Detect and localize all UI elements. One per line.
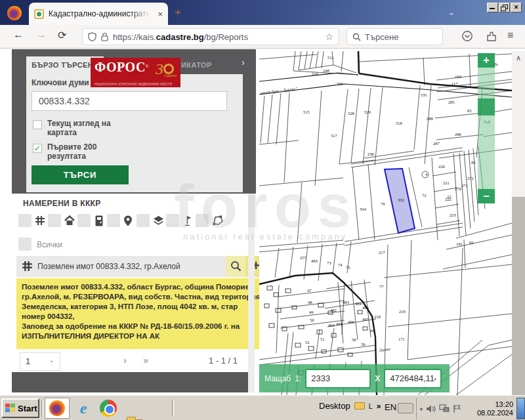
all-checkbox[interactable] xyxy=(18,238,32,251)
tab-identifier[interactable]: ИКАТОР xyxy=(181,61,212,69)
home-icon[interactable] xyxy=(64,215,75,226)
clock[interactable]: 13:2008.02.2024 xyxy=(477,400,516,417)
keywords-input[interactable] xyxy=(32,91,227,111)
result-row[interactable]: Поземлен имот 00833.4.332, гр.Ахелой + xyxy=(16,256,266,277)
reload-button[interactable]: ⟳ xyxy=(58,29,66,41)
page-size-select[interactable]: 1⌄ xyxy=(20,352,60,371)
svg-text:223: 223 xyxy=(450,213,456,217)
search-box[interactable]: Търсене xyxy=(346,28,443,45)
boundary-type-checkbox[interactable] xyxy=(196,214,209,227)
standalone-object-icon[interactable] xyxy=(95,215,103,226)
last-page-button[interactable]: » xyxy=(143,354,148,366)
svg-text:50: 50 xyxy=(310,318,314,322)
minimize-button[interactable] xyxy=(487,3,498,12)
new-tab-button[interactable]: + xyxy=(175,7,181,18)
object-type-checkbox[interactable] xyxy=(77,214,91,227)
scroll-up-arrow-icon[interactable]: ∧ xyxy=(512,54,525,66)
tab-close-icon[interactable]: × xyxy=(158,10,163,18)
layers-type-checkbox[interactable] xyxy=(136,214,150,227)
network-icon[interactable] xyxy=(439,404,450,413)
next-page-button[interactable]: › xyxy=(123,354,127,366)
zoom-slider-handle[interactable] xyxy=(478,98,495,116)
firefox-taskbar-slot[interactable] xyxy=(45,398,70,419)
internet-explorer-icon[interactable]: e xyxy=(75,400,92,417)
svg-text:74: 74 xyxy=(338,262,343,267)
quick-search-form: Ключови думи Текущ изглед на картата ✓ П… xyxy=(26,74,243,192)
results-scrollbar[interactable] xyxy=(248,194,255,392)
svg-text:248: 248 xyxy=(323,68,329,73)
keyboard-icon[interactable] xyxy=(398,403,413,413)
search-icon xyxy=(352,33,361,41)
first-200-checkbox[interactable]: ✓ xyxy=(33,144,42,153)
svg-text:191: 191 xyxy=(456,242,463,246)
tray-expand-icon[interactable]: « xyxy=(418,407,425,410)
svg-text:485: 485 xyxy=(362,305,369,310)
landmark-type-checkbox[interactable] xyxy=(166,214,179,227)
menu-hamburger-icon[interactable]: ≡ xyxy=(507,30,513,41)
extensions-icon[interactable] xyxy=(486,30,497,42)
page-scrollbar[interactable]: ∧ xyxy=(512,51,525,395)
back-button[interactable]: ← xyxy=(13,29,24,41)
restore-button[interactable] xyxy=(499,3,510,12)
parcel-type-checkbox[interactable] xyxy=(18,214,32,227)
svg-text:517: 517 xyxy=(331,133,338,138)
map-zoom-control[interactable]: + – xyxy=(478,53,495,203)
browser-tab[interactable]: Кадастрално-административна × xyxy=(29,3,168,25)
forward-button[interactable]: → xyxy=(36,29,47,41)
parcel-grid-icon xyxy=(22,261,33,272)
boundary-polygon-icon[interactable] xyxy=(212,215,224,226)
coordinate-label: X xyxy=(375,374,380,383)
svg-text:482: 482 xyxy=(330,308,337,312)
action-center-flag-icon[interactable] xyxy=(453,404,461,413)
coordinate-input[interactable] xyxy=(384,369,442,388)
svg-text:270: 270 xyxy=(455,186,461,191)
first-200-label: Първите 200 резултата xyxy=(47,142,119,161)
scrollbar-thumb[interactable] xyxy=(512,197,525,395)
url-bar[interactable]: https://kais.cadastre.bg/bg/Reports ☆ xyxy=(82,28,339,45)
svg-text:518: 518 xyxy=(396,121,402,125)
point-type-checkbox[interactable] xyxy=(107,214,120,227)
svg-text:220: 220 xyxy=(438,164,445,169)
toolbar-overflow-chevron[interactable]: » xyxy=(377,402,381,411)
landmark-flag-icon[interactable] xyxy=(183,215,192,226)
zoom-to-result-button[interactable] xyxy=(226,256,245,277)
shield-icon[interactable] xyxy=(88,32,96,41)
desktop-toolbar[interactable]: Desktop L » xyxy=(319,401,381,411)
zoom-out-button[interactable]: – xyxy=(478,189,495,203)
chrome-icon[interactable] xyxy=(100,400,117,417)
scale-input[interactable] xyxy=(305,369,371,388)
pocket-icon[interactable] xyxy=(461,30,473,42)
show-desktop-button[interactable] xyxy=(516,398,525,419)
current-view-checkbox[interactable] xyxy=(33,120,42,129)
svg-text:531: 531 xyxy=(421,93,427,97)
start-button[interactable]: Start xyxy=(1,398,39,418)
svg-text:497: 497 xyxy=(362,317,369,322)
svg-text:495: 495 xyxy=(336,322,343,326)
cadastral-map[interactable]: ънчев бряг – Бургас" Липка 5115162485055… xyxy=(259,51,512,395)
parcels-grid-icon[interactable] xyxy=(35,215,45,226)
tab-list-chevron-icon[interactable]: ⌄ xyxy=(448,7,455,17)
svg-text:219: 219 xyxy=(399,309,406,314)
lock-icon[interactable] xyxy=(101,32,108,41)
svg-text:73: 73 xyxy=(327,261,331,265)
layers-icon[interactable] xyxy=(153,215,164,226)
map-canvas[interactable]: ънчев бряг – Бургас" Липка 5115162485055… xyxy=(259,51,512,395)
svg-text:496: 496 xyxy=(348,320,355,324)
results-header: НАМЕРЕНИ В КККР xyxy=(23,199,100,208)
foros-tagline: НАЦИОНАЛНА КОМПАНИЯ НЕДВИЖИМИ ИМОТИ xyxy=(94,83,172,86)
language-indicator[interactable]: EN xyxy=(385,402,396,412)
building-type-checkbox[interactable] xyxy=(48,214,61,227)
map-pin-icon[interactable] xyxy=(123,215,133,226)
svg-text:49: 49 xyxy=(309,310,314,314)
search-placeholder: Търсене xyxy=(365,32,398,42)
search-panel: БЪРЗО ТЪРСЕНЕ ИКАТОР › Ключови думи Теку… xyxy=(12,49,256,194)
parcel-numbers: 5115162485055155175285295185312882872361… xyxy=(300,55,499,346)
panel-collapse-chevron-icon[interactable]: › xyxy=(242,57,245,68)
search-submit-button[interactable]: ТЪРСИ xyxy=(32,165,129,184)
volume-icon[interactable] xyxy=(426,404,436,413)
zoom-in-button[interactable]: + xyxy=(478,53,495,68)
current-view-label: Текущ изглед на картата xyxy=(47,119,126,137)
select-caret-icon: ⌄ xyxy=(49,356,54,364)
close-button[interactable]: ✕ xyxy=(511,3,522,12)
bookmark-star-icon[interactable]: ☆ xyxy=(325,32,333,42)
